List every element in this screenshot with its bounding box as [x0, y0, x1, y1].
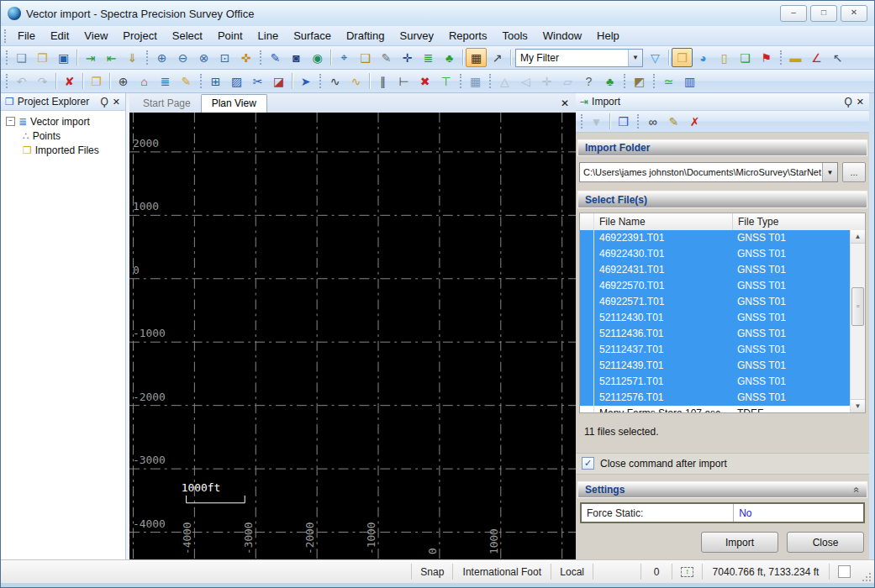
zoom-window-button[interactable]: ⊡: [214, 48, 235, 67]
row-selector[interactable]: [580, 358, 594, 374]
maximize-button[interactable]: □: [810, 5, 837, 22]
close-icon[interactable]: ✕: [112, 97, 121, 108]
preview-button[interactable]: ∞: [642, 112, 663, 131]
menu-edit[interactable]: Edit: [43, 28, 76, 44]
site-features-button[interactable]: ♣: [599, 71, 620, 91]
terrain-button[interactable]: ◩: [629, 71, 650, 91]
create-surface-button[interactable]: ≃: [658, 71, 679, 91]
surface-report-button[interactable]: ▥: [679, 71, 700, 91]
properties-button[interactable]: ❏: [735, 48, 756, 67]
extend-line-button[interactable]: ⊤: [435, 71, 456, 91]
status-empty-cell[interactable]: [593, 564, 640, 580]
menu-file[interactable]: File: [10, 28, 43, 44]
clip-pointcloud-button[interactable]: ◪: [268, 71, 289, 91]
filter-button[interactable]: ▽: [645, 48, 666, 67]
row-selector[interactable]: [580, 262, 594, 278]
edit-pointcloud-button[interactable]: ▨: [226, 71, 247, 91]
google-earth-button[interactable]: ◉: [307, 48, 328, 67]
import-button[interactable]: ⇥: [80, 48, 101, 67]
import-button[interactable]: Import: [701, 532, 778, 553]
chevron-down-icon[interactable]: ▼: [822, 163, 837, 181]
status-snap[interactable]: Snap: [411, 564, 452, 580]
menu-select[interactable]: Select: [165, 28, 210, 44]
add-pointcloud-button[interactable]: ⊞: [205, 71, 226, 91]
change-background-button[interactable]: ✎: [265, 48, 286, 67]
import-folder-combo[interactable]: C:\Users\james johnston\Documents\MicroS…: [579, 162, 838, 182]
scroll-up-icon[interactable]: ▲: [851, 230, 865, 244]
zoom-extents-button[interactable]: ⊗: [193, 48, 214, 67]
select-by-button[interactable]: ◕: [693, 48, 714, 67]
close-button[interactable]: Close: [787, 532, 864, 553]
row-selector[interactable]: [580, 294, 594, 310]
close-button[interactable]: ✕: [841, 5, 867, 22]
scroll-down-icon[interactable]: ▼: [851, 399, 865, 412]
view-list-button[interactable]: ≣: [418, 48, 439, 67]
row-selector[interactable]: [580, 326, 594, 342]
background-image-button[interactable]: ▦: [465, 71, 486, 91]
measure-angle-button[interactable]: ∠: [806, 48, 827, 67]
media-view-button[interactable]: ♣: [439, 48, 460, 67]
column-header-file-type[interactable]: File Type: [733, 213, 865, 230]
row-selector[interactable]: [580, 246, 594, 262]
pin-icon[interactable]: Ϙ: [844, 96, 851, 108]
close-after-import-checkbox[interactable]: ✓: [582, 457, 594, 470]
expander-icon[interactable]: −: [6, 117, 15, 126]
clear-command-button[interactable]: ✗: [684, 112, 705, 131]
add-point-button[interactable]: ⊕: [113, 71, 134, 91]
traverse-button[interactable]: ?: [578, 71, 599, 91]
menu-point[interactable]: Point: [210, 28, 250, 44]
row-selector[interactable]: [580, 310, 594, 326]
row-selector[interactable]: [580, 230, 594, 246]
resize-grip[interactable]: [861, 573, 871, 583]
device-import-button[interactable]: ⇓: [122, 48, 143, 67]
file-table-scrollbar[interactable]: ▲ ≡ ▼: [850, 230, 865, 412]
chevron-down-icon[interactable]: ▼: [628, 50, 642, 66]
measure-distance-button[interactable]: ▬: [785, 48, 806, 67]
save-project-button[interactable]: ▣: [53, 48, 74, 67]
browse-button[interactable]: ...: [842, 162, 866, 182]
menu-line[interactable]: Line: [250, 28, 287, 44]
tab-close-icon[interactable]: ✕: [556, 97, 574, 109]
flag-button[interactable]: ⚑: [756, 48, 777, 67]
edit-polyline-button[interactable]: ∿: [345, 71, 366, 91]
zoom-in-button[interactable]: ⊕: [151, 48, 172, 67]
plan-view-canvas[interactable]: -5000-4000-3000-2000-100001000200010000-…: [129, 113, 576, 559]
export-button[interactable]: ⇤: [101, 48, 122, 67]
menu-tools[interactable]: Tools: [494, 28, 535, 44]
trim-pointcloud-button[interactable]: ✂: [247, 71, 268, 91]
receiver-button[interactable]: ▯: [714, 48, 735, 67]
status-local[interactable]: Local: [551, 564, 593, 580]
status-0[interactable]: 0: [640, 564, 672, 580]
grid-toggle-button[interactable]: ▦: [466, 48, 487, 67]
file-row[interactable]: Many Farms Store 107.ascTDEF: [580, 406, 851, 412]
file-row[interactable]: 46922430.T01GNSS T01: [580, 246, 851, 262]
pin-icon[interactable]: Ϙ: [100, 96, 108, 108]
tab-plan-view[interactable]: Plan View: [201, 94, 267, 113]
status-checkbox[interactable]: [838, 565, 851, 578]
scrollbar-thumb[interactable]: ≡: [851, 287, 864, 326]
layers-button[interactable]: ≣: [155, 71, 176, 91]
collapse-chevron-icon[interactable]: «: [851, 486, 863, 492]
offset-line-button[interactable]: ∥: [372, 71, 393, 91]
menu-view[interactable]: View: [76, 28, 115, 44]
file-row[interactable]: 52112571.T01GNSS T01: [580, 374, 851, 390]
3d-view-button[interactable]: ◙: [286, 48, 307, 67]
insert-vertex-button[interactable]: ⊢: [393, 71, 414, 91]
tree-item-points[interactable]: ∴Points: [3, 129, 124, 143]
menu-survey[interactable]: Survey: [392, 28, 440, 44]
delete-segment-button[interactable]: ✖: [414, 71, 435, 91]
select-region-button[interactable]: ➤: [295, 71, 316, 91]
file-row[interactable]: 46922571.T01GNSS T01: [580, 294, 851, 310]
menu-surface[interactable]: Surface: [286, 28, 339, 44]
pan-button[interactable]: ✜: [235, 48, 256, 67]
station-button[interactable]: ⌂: [134, 71, 155, 91]
extents-icon[interactable]: ↕: [681, 567, 693, 577]
point-info-button[interactable]: ❑: [355, 48, 376, 67]
edit-points-button[interactable]: ✎: [376, 48, 397, 67]
file-row[interactable]: 52112439.T01GNSS T01: [580, 358, 851, 374]
delete-button[interactable]: ✘: [59, 71, 80, 91]
status-international-foot[interactable]: International Foot: [452, 564, 551, 580]
recenter-button[interactable]: ⌖: [334, 48, 355, 67]
draw-button[interactable]: ✎: [176, 71, 197, 91]
menu-help[interactable]: Help: [589, 28, 627, 44]
